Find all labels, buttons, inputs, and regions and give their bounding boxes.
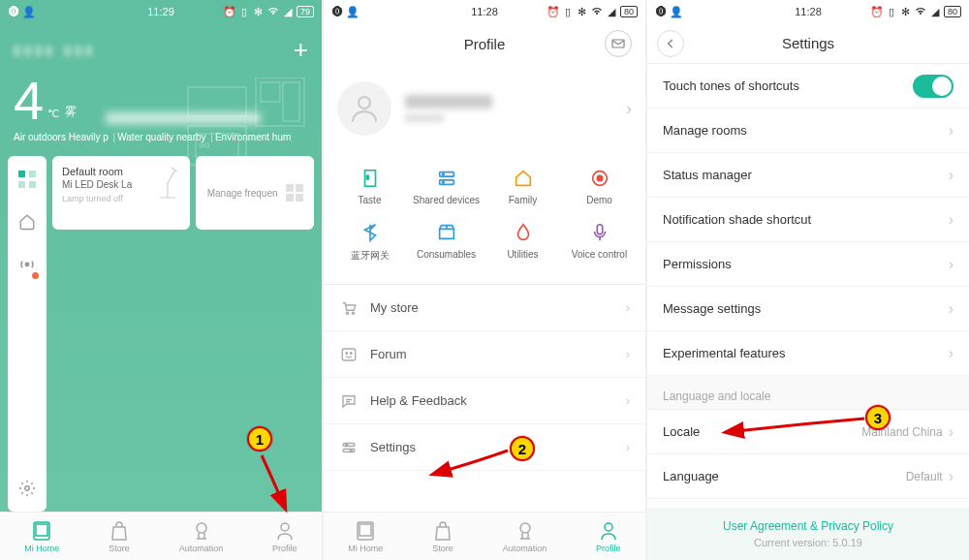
back-button[interactable] (657, 30, 684, 57)
battery-level: 80 (620, 6, 638, 17)
nav-mi-home[interactable]: Mi Home (24, 520, 59, 553)
svg-rect-9 (29, 171, 36, 177)
row-language[interactable]: Language Default › (647, 454, 969, 499)
row-settings[interactable]: Settings › (324, 424, 645, 471)
signal-icon: ◢ (282, 6, 294, 17)
temperature-value: 4 (14, 74, 44, 128)
profile-row[interactable]: › (324, 64, 645, 153)
svg-point-30 (352, 312, 354, 314)
grid-label: Taste (359, 195, 382, 205)
grid-voice[interactable]: Voice control (561, 213, 638, 270)
nav-automation[interactable]: Automation (503, 520, 547, 553)
row-help[interactable]: Help & Feedback › (324, 378, 645, 424)
grid-consumables[interactable]: Consumables (408, 213, 484, 270)
grid-icon[interactable] (17, 170, 37, 189)
home-header: ▮▮▮▮ ▮▮▮ + 4 ℃ 雾 Air outdoors Heavily p … (0, 23, 322, 150)
row-label: Help & Feedback (370, 393, 614, 408)
room-sidebar (8, 156, 47, 512)
grid-utilities[interactable]: Utilities (484, 213, 561, 270)
row-notification-shade[interactable]: Notification shade shortcut› (647, 198, 969, 242)
svg-rect-2 (261, 82, 280, 102)
chevron-right-icon: › (626, 393, 630, 408)
profile-icon (598, 520, 619, 542)
row-manage-rooms[interactable]: Manage rooms› (647, 109, 969, 153)
nav-store[interactable]: Store (432, 520, 453, 553)
toggle-switch[interactable] (913, 75, 953, 98)
row-forum[interactable]: Forum › (324, 331, 645, 378)
grid-label: Voice control (572, 249, 627, 260)
screen-2-profile: ⓿ 👤 11:28 ⏰ ▯ ✻ ◢ 80 Profile › Taste (324, 0, 645, 560)
svg-point-40 (520, 523, 530, 533)
row-status-manager[interactable]: Status manager› (647, 153, 969, 198)
screen-3-settings: ⓿ 👤 11:28 ⏰ ▯ ✻ ◢ 80 Settings Touch tone… (647, 0, 969, 560)
grid-label: Demo (586, 195, 612, 205)
profile-name (405, 95, 612, 122)
bluetooth-icon (359, 221, 382, 244)
add-button[interactable]: + (294, 35, 308, 65)
gear-icon[interactable] (17, 479, 37, 498)
broadcast-icon[interactable] (17, 255, 37, 274)
svg-point-32 (346, 352, 348, 354)
grid-demo[interactable]: Demo (561, 159, 638, 213)
chevron-right-icon: › (626, 440, 630, 454)
grid-family[interactable]: Family (484, 159, 561, 213)
row-locale[interactable]: Locale Mainland China › (647, 410, 969, 454)
user-icon: 👤 (23, 6, 35, 17)
home-icon[interactable] (17, 212, 37, 232)
grid-bluetooth-gw[interactable]: 蓝牙网关 (331, 213, 408, 270)
svg-rect-21 (366, 175, 368, 179)
row-touch-tones[interactable]: Touch tones of shortcuts (647, 64, 969, 109)
row-label: Touch tones of shortcuts (663, 78, 913, 93)
svg-rect-35 (343, 449, 355, 451)
svg-point-37 (350, 449, 352, 451)
status-bar: ⓿ 👤 11:28 ⏰ ▯ ✻ ◢ 80 (324, 0, 645, 23)
row-permissions[interactable]: Permissions› (647, 242, 969, 287)
row-my-store[interactable]: My store › (324, 285, 645, 331)
profile-header: Profile (324, 23, 645, 64)
nav-automation[interactable]: Automation (179, 520, 224, 553)
chevron-right-icon: › (949, 256, 953, 273)
row-message-settings[interactable]: Message settings› (647, 287, 969, 331)
svg-rect-8 (18, 171, 25, 177)
row-experimental[interactable]: Experimental features› (647, 331, 969, 376)
mic-icon (588, 221, 611, 244)
lamp-icon (155, 164, 180, 202)
alarm-icon: ⏰ (547, 6, 559, 17)
nav-mi-home[interactable]: Mi Home (348, 520, 383, 553)
nav-store[interactable]: Store (109, 520, 130, 553)
nav-label: Store (109, 544, 130, 553)
chevron-right-icon: › (949, 468, 953, 485)
smile-icon (339, 345, 359, 364)
manage-devices-card[interactable]: Manage frequen (196, 156, 314, 230)
page-title: Profile (464, 36, 506, 52)
settings-footer: User Agreement & Privacy Policy Current … (647, 508, 969, 560)
user-icon: 👤 (347, 6, 359, 17)
weather-label: 雾 (65, 104, 77, 120)
alarm-icon: ⏰ (871, 6, 883, 17)
mail-button[interactable] (605, 30, 632, 57)
location-blur: ▮▮▮▮ ▮▮▮ (14, 43, 96, 57)
chevron-right-icon: › (626, 99, 632, 119)
chevron-right-icon: › (949, 300, 953, 318)
wifi-icon (591, 6, 603, 17)
grid-taste[interactable]: Taste (331, 159, 408, 213)
battery-level: 80 (944, 6, 961, 17)
notif-icon: ⓿ (8, 6, 19, 17)
device-card-desk-lamp[interactable]: Default room Mi LED Desk La Lamp turned … (52, 156, 190, 230)
row-label: Language (663, 469, 906, 483)
sync-icon: ▯ (886, 6, 897, 17)
svg-rect-31 (342, 349, 356, 360)
svg-point-24 (442, 173, 444, 175)
row-label: Forum (370, 347, 614, 361)
row-label: My store (370, 300, 614, 315)
nav-profile[interactable]: Profile (272, 520, 297, 553)
nav-profile[interactable]: Profile (596, 520, 621, 553)
grid-label: Utilities (507, 249, 538, 260)
status-bar: ⓿ 👤 11:29 ⏰ ▯ ✻ ◢ 79 (0, 0, 322, 23)
user-agreement-link[interactable]: User Agreement & Privacy Policy (647, 519, 969, 533)
annotation-1-circle: 1 (247, 426, 272, 451)
svg-point-7 (205, 143, 209, 147)
grid-shared[interactable]: Shared devices (408, 159, 484, 213)
svg-point-12 (25, 263, 28, 265)
row-label: Experimental features (663, 346, 949, 360)
